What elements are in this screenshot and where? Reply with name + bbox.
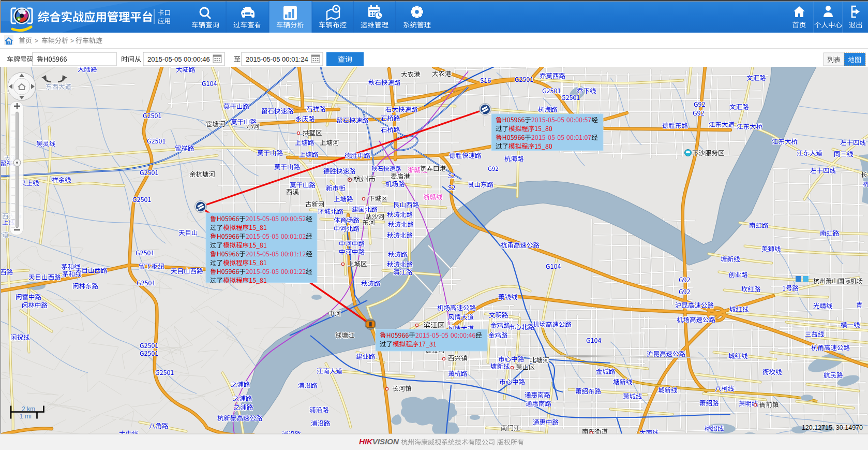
svg-text:2 km: 2 km	[22, 405, 35, 413]
svg-text:>: >	[35, 37, 38, 45]
svg-text:1 mi: 1 mi	[20, 413, 32, 420]
svg-text:HIKVISION: HIKVISION	[359, 437, 399, 446]
svg-text:2015-05-05 00:01:24: 2015-05-05 00:01:24	[246, 55, 308, 63]
svg-text:2015-05-05 00:00:46: 2015-05-05 00:00:46	[147, 55, 210, 63]
svg-text:>: >	[70, 37, 74, 45]
svg-text:120.12715, 30.14970: 120.12715, 30.14970	[802, 424, 863, 431]
